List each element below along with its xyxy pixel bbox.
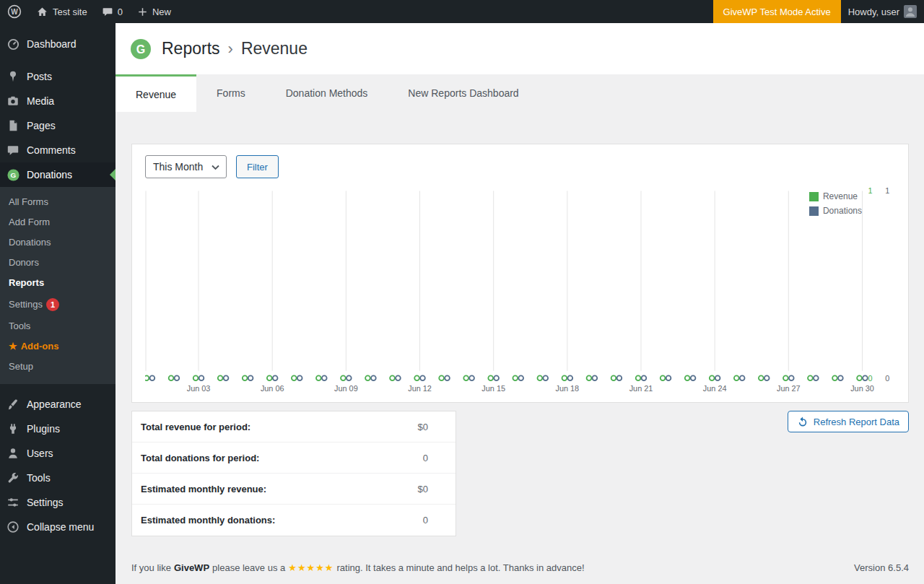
submenu-item-setup[interactable]: Setup	[0, 357, 116, 377]
submenu-item-add-form[interactable]: Add Form	[0, 212, 116, 232]
period-select[interactable]: This Month	[145, 155, 227, 178]
chart-legend: Revenue Donations	[809, 191, 862, 220]
svg-text:Jun 30: Jun 30	[850, 384, 874, 393]
appearance-icon	[6, 397, 20, 411]
posts-icon	[6, 69, 20, 84]
svg-text:Jun 06: Jun 06	[261, 384, 284, 393]
sidebar-label-dashboard: Dashboard	[27, 38, 77, 50]
collapse-menu-button[interactable]: Collapse menu	[0, 515, 116, 539]
sidebar-item-tools[interactable]: Tools	[0, 466, 116, 490]
submenu-item-donors[interactable]: Donors	[0, 253, 116, 273]
row-label: Total revenue for period:	[141, 422, 250, 432]
donations-submenu: All Forms Add Form Donations Donors Repo…	[0, 187, 116, 384]
tab-new-reports-dashboard[interactable]: New Reports Dashboard	[388, 74, 539, 112]
submenu-item-donations[interactable]: Donations	[0, 232, 116, 253]
sidebar-item-dashboard[interactable]: Dashboard	[0, 32, 116, 56]
tab-donation-methods[interactable]: Donation Methods	[266, 74, 388, 112]
tab-label: Forms	[217, 87, 245, 99]
avatar	[904, 5, 917, 18]
sidebar-item-comments[interactable]: Comments	[0, 138, 116, 162]
period-select-value: This Month	[153, 161, 203, 173]
submenu-label: Settings	[9, 300, 43, 310]
svg-text:W: W	[11, 8, 18, 16]
collapse-menu-label: Collapse menu	[27, 521, 94, 533]
svg-text:Jun 27: Jun 27	[777, 384, 801, 393]
rating-text: If you like GiveWP please leave us a ★★★…	[131, 562, 585, 573]
submenu-item-tools[interactable]: Tools	[0, 316, 116, 336]
wordpress-logo-menu[interactable]: W	[0, 0, 29, 23]
svg-text:Jun 18: Jun 18	[556, 384, 580, 393]
my-account-menu[interactable]: Howdy, user	[841, 0, 924, 23]
submenu-item-addons[interactable]: ★ Add-ons	[0, 336, 116, 357]
comments-bubble[interactable]: 0	[95, 0, 130, 23]
legend-item-donations[interactable]: Donations	[809, 206, 862, 216]
legend-label-donations: Donations	[823, 206, 862, 216]
sidebar-label-pages: Pages	[27, 120, 56, 131]
givewp-icon: G	[6, 167, 20, 182]
row-value: 0	[423, 453, 428, 463]
sidebar-item-plugins[interactable]: Plugins	[0, 417, 116, 441]
refresh-icon	[797, 416, 808, 427]
test-mode-badge[interactable]: GiveWP Test Mode Active	[713, 0, 841, 23]
sidebar-item-appearance[interactable]: Appearance	[0, 392, 116, 417]
svg-text:G: G	[10, 171, 16, 179]
sidebar-item-posts[interactable]: Posts	[0, 64, 116, 89]
site-name-label: Test site	[53, 6, 87, 17]
table-row: Estimated monthly donations: 0	[132, 505, 456, 536]
star-icon: ★	[9, 341, 17, 352]
legend-item-revenue[interactable]: Revenue	[809, 191, 862, 201]
dashboard-icon	[6, 37, 20, 51]
submenu-item-reports[interactable]: Reports	[0, 273, 116, 293]
brand-name: GiveWP	[174, 562, 209, 573]
breadcrumb-reports[interactable]: Reports	[162, 39, 220, 58]
submenu-label: Reports	[9, 278, 44, 288]
svg-text:Jun 24: Jun 24	[703, 384, 727, 393]
sidebar-item-donations[interactable]: G Donations	[0, 162, 116, 187]
admin-bar-right: GiveWP Test Mode Active Howdy, user	[713, 0, 924, 23]
comment-icon	[102, 6, 113, 17]
users-icon	[6, 446, 20, 461]
row-label: Estimated monthly revenue:	[141, 484, 266, 494]
sidebar-label-appearance: Appearance	[27, 398, 82, 410]
revenue-chart-card: This Month Filter Jun 03Jun 06Jun 09Jun …	[131, 144, 909, 403]
submenu-label: All Forms	[9, 197, 48, 207]
chevron-down-icon	[212, 165, 219, 170]
svg-text:Jun 12: Jun 12	[408, 384, 432, 393]
svg-text:1: 1	[885, 186, 889, 195]
sidebar-item-users[interactable]: Users	[0, 441, 116, 466]
legend-swatch-revenue	[809, 192, 819, 201]
summary-table: Total revenue for period: $0 Total donat…	[131, 411, 456, 536]
tab-revenue[interactable]: Revenue	[116, 74, 196, 112]
sidebar-item-pages[interactable]: Pages	[0, 113, 116, 138]
pages-icon	[6, 118, 20, 133]
row-value: $0	[418, 422, 428, 432]
refresh-label: Refresh Report Data	[814, 417, 899, 427]
page-header: G Reports › Revenue	[116, 23, 924, 74]
new-label: New	[152, 6, 171, 17]
svg-text:0: 0	[868, 374, 872, 383]
tab-forms[interactable]: Forms	[196, 74, 266, 112]
submenu-item-settings[interactable]: Settings 1	[0, 293, 116, 316]
svg-text:Jun 21: Jun 21	[629, 384, 653, 393]
plugins-icon	[6, 422, 20, 436]
svg-text:1: 1	[868, 186, 872, 195]
star-rating-link[interactable]: ★★★★★	[288, 562, 334, 573]
submenu-label: Donations	[9, 237, 51, 248]
refresh-report-data-button[interactable]: Refresh Report Data	[788, 411, 909, 432]
comments-icon	[6, 143, 20, 157]
tools-icon	[6, 471, 20, 485]
sidebar-item-media[interactable]: Media	[0, 89, 116, 113]
page-footer: If you like GiveWP please leave us a ★★★…	[131, 562, 909, 580]
sidebar-label-donations: Donations	[27, 169, 72, 180]
sidebar-label-media: Media	[27, 95, 54, 107]
sidebar-item-settings[interactable]: Settings	[0, 490, 116, 515]
site-name-link[interactable]: Test site	[29, 0, 95, 23]
new-content-menu[interactable]: New	[130, 0, 178, 23]
version-label: Version 6.5.4	[854, 562, 909, 573]
svg-text:G: G	[136, 43, 145, 56]
main-content: G Reports › Revenue Revenue Forms Donati…	[116, 0, 924, 580]
filter-button[interactable]: Filter	[236, 155, 279, 178]
table-row: Estimated monthly revenue: $0	[132, 474, 456, 505]
submenu-item-all-forms[interactable]: All Forms	[0, 192, 116, 212]
breadcrumb-separator: ›	[228, 40, 233, 58]
